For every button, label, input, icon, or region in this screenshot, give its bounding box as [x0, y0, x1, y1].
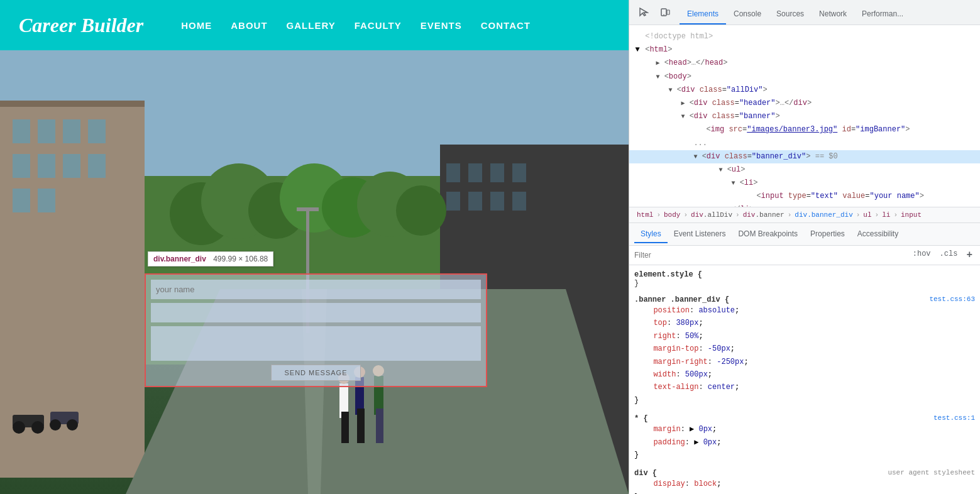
tab-performance[interactable]: Performan... [854, 4, 911, 25]
tab-styles[interactable]: Styles [634, 226, 668, 243]
bc-input[interactable]: input [898, 210, 924, 220]
tab-network[interactable]: Network [812, 4, 854, 25]
tab-accessibility[interactable]: Accessibility [851, 226, 905, 243]
tree-banner[interactable]: ▼ <div class="banner"> [629, 110, 980, 123]
styles-filter: :hov .cls + [629, 246, 980, 265]
svg-point-34 [31, 421, 44, 434]
styles-filter-input[interactable] [634, 251, 910, 260]
breadcrumb-bar: html › body › div.allDiv › div.banner › … [629, 207, 980, 223]
svg-rect-10 [63, 154, 80, 178]
css-prop-width: width: 500px; [634, 368, 975, 381]
email-input[interactable] [151, 303, 481, 322]
tree-ul[interactable]: ▼ <ul> [629, 163, 980, 177]
tree-doctype: <!doctype html> [629, 30, 980, 43]
site-logo[interactable]: Career Builder [19, 14, 143, 37]
css-close-universal: } [634, 449, 975, 461]
bc-li[interactable]: li [879, 210, 893, 220]
css-rule-div-agent: user agent stylesheet div { display: blo… [634, 469, 975, 494]
site-header: Career Builder HOME ABOUT GALLERY FACULT… [0, 0, 629, 50]
css-prop-display: display: block; [634, 478, 975, 490]
svg-rect-16 [468, 163, 482, 182]
message-textarea[interactable] [151, 326, 481, 361]
nav-about[interactable]: ABOUT [231, 20, 267, 31]
svg-point-37 [67, 419, 78, 431]
svg-rect-20 [468, 192, 482, 211]
css-close-brace: } [634, 279, 639, 288]
svg-rect-51 [297, 207, 319, 211]
bc-body[interactable]: body [661, 210, 683, 220]
svg-rect-15 [446, 163, 460, 182]
css-source-universal[interactable]: test.css:1 [933, 414, 975, 422]
bc-ul[interactable]: ul [861, 210, 874, 220]
css-prop-position: position: absolute; [634, 304, 975, 317]
tab-console[interactable]: Console [726, 4, 769, 25]
bc-banner[interactable]: div.banner [741, 210, 787, 220]
css-prop-padding: padding: ▶ 0px; [634, 436, 975, 449]
styles-tabs: Styles Event Listeners DOM Breakpoints P… [629, 223, 980, 246]
css-selector-universal: * { [634, 414, 648, 423]
bc-html[interactable]: html [634, 210, 656, 220]
tree-alldiv[interactable]: ▼ <div class="allDiv"> [629, 84, 980, 97]
nav-contact[interactable]: CONTACT [481, 20, 531, 31]
svg-rect-53 [667, 10, 669, 14]
nav-events[interactable]: EVENTS [421, 20, 462, 31]
banner-scene [0, 50, 629, 494]
tree-banner-div[interactable]: ▼ <div class="banner_div"> == $0 [629, 150, 980, 163]
tree-head[interactable]: ▶ <head>…</head> [629, 57, 980, 70]
svg-rect-17 [490, 163, 504, 182]
tab-elements[interactable]: Elements [680, 4, 726, 25]
tree-li[interactable]: ▼ <li> [629, 177, 980, 190]
tree-input[interactable]: <input type="text" value="your name"> [629, 190, 980, 203]
bc-banner-div[interactable]: div.banner_div [792, 210, 855, 220]
cls-button[interactable]: .cls [937, 248, 961, 262]
tree-body[interactable]: ▼ <body> [629, 70, 980, 84]
html-tree[interactable]: <!doctype html> ▼ <html> ▶ <head>…</head… [629, 25, 980, 207]
svg-rect-19 [446, 192, 460, 211]
add-style-button[interactable]: + [964, 248, 975, 262]
element-tooltip: div.banner_div 499.99 × 106.88 [148, 251, 273, 266]
svg-rect-3 [0, 101, 145, 107]
name-input[interactable] [151, 280, 481, 299]
tab-event-listeners[interactable]: Event Listeners [668, 226, 732, 243]
site-nav: HOME ABOUT GALLERY FACULTY EVENTS CONTAC… [181, 20, 531, 31]
css-rule-element-style: element.style { } [634, 270, 975, 288]
svg-point-54 [663, 14, 664, 16]
css-rule-universal: test.css:1 * { margin: ▶ 0px; padding: ▶… [634, 414, 975, 461]
send-message-button[interactable]: SEND MESSAGE [271, 365, 360, 381]
css-prop-margin-right: margin-right: -250px; [634, 356, 975, 368]
tree-header[interactable]: ▶ <div class="header">…</div> [629, 97, 980, 110]
website-preview: Career Builder HOME ABOUT GALLERY FACULT… [0, 0, 629, 494]
css-rule-banner-div: test.css:63 .banner .banner_div { positi… [634, 295, 975, 407]
css-prop-top: top: 380px; [634, 317, 975, 329]
svg-rect-44 [357, 409, 361, 443]
tree-img[interactable]: <img src="images/banner3.jpg" id="imgBan… [629, 123, 980, 136]
svg-rect-22 [512, 192, 526, 211]
svg-rect-18 [512, 163, 526, 182]
inspect-element-icon[interactable] [634, 0, 653, 25]
css-prop-text-align: text-align: center; [634, 381, 975, 393]
site-banner: div.banner_div 499.99 × 106.88 SEND MESS… [0, 50, 629, 494]
tooltip-class: div.banner_div [153, 255, 206, 263]
styles-content[interactable]: element.style { } test.css:63 .banner .b… [629, 265, 980, 494]
devtools-panel: Elements Console Sources Network Perform… [629, 0, 980, 494]
css-source-banner-div[interactable]: test.css:63 [929, 295, 975, 303]
nav-gallery[interactable]: GALLERY [287, 20, 336, 31]
devtools-tabs: Elements Console Sources Network Perform… [629, 0, 980, 25]
svg-rect-13 [38, 189, 55, 212]
hov-button[interactable]: :hov [910, 248, 933, 262]
css-selector-element: element.style { [634, 270, 702, 279]
bc-alldiv[interactable]: div.allDiv [688, 210, 735, 220]
svg-rect-9 [38, 154, 55, 178]
css-prop-right: right: 50%; [634, 330, 975, 343]
tab-properties[interactable]: Properties [804, 226, 851, 243]
tree-html[interactable]: ▼ <html> [629, 43, 980, 57]
svg-rect-8 [13, 154, 30, 178]
css-source-agent: user agent stylesheet [888, 469, 975, 476]
tab-sources[interactable]: Sources [769, 4, 812, 25]
nav-faculty[interactable]: FACULTY [355, 20, 402, 31]
css-selector-banner-div: .banner .banner_div { [634, 295, 729, 304]
device-toolbar-icon[interactable] [656, 0, 674, 25]
nav-home[interactable]: HOME [181, 20, 212, 31]
svg-rect-7 [88, 119, 106, 143]
tab-dom-breakpoints[interactable]: DOM Breakpoints [732, 226, 804, 243]
